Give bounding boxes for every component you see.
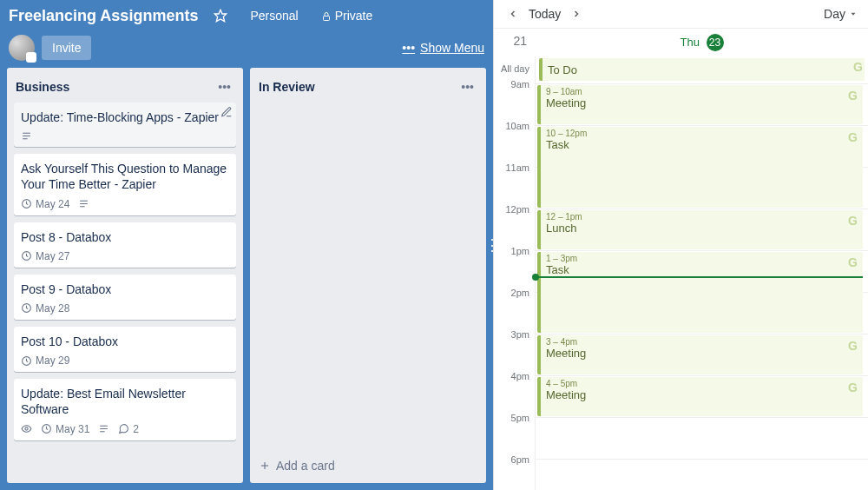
calendar-event[interactable]: 1 – 3pmTaskG: [537, 252, 863, 333]
pencil-icon[interactable]: [220, 106, 233, 118]
description-icon: [21, 130, 32, 142]
hour-label: 3pm: [494, 329, 535, 371]
show-menu-label: Show Menu: [420, 41, 484, 55]
watch-icon: [21, 423, 32, 434]
calendar-panel: Today Day 21 Thu 23 All day 9am10am11am1…: [493, 0, 868, 490]
calendar-event[interactable]: 4 – 5pmMeetingG: [537, 377, 863, 416]
card-title: Post 8 - Databox: [21, 229, 229, 245]
board-subheader: Invite ••• Show Menu: [0, 31, 493, 68]
svg-marker-19: [852, 13, 856, 16]
next-button[interactable]: [568, 5, 585, 23]
due-badge: May 24: [21, 198, 69, 210]
due-badge: May 28: [21, 302, 69, 315]
day-short: Thu: [680, 36, 699, 49]
svg-marker-0: [215, 10, 227, 21]
google-icon: G: [848, 214, 858, 228]
event-title: Task: [546, 263, 858, 276]
hour-label: 10am: [494, 121, 535, 162]
card-title: Post 9 - Databox: [21, 281, 229, 297]
add-card-button[interactable]: Add a card: [250, 452, 486, 483]
calendar-event[interactable]: 3 – 4pmMeetingG: [537, 335, 863, 374]
board-title[interactable]: Freelancing Assignments: [9, 7, 198, 25]
event-time: 3 – 4pm: [546, 337, 858, 347]
list: Business•••Update: Time-Blocking Apps - …: [7, 68, 243, 483]
hour-slot[interactable]: [536, 418, 868, 460]
google-icon: G: [848, 339, 858, 353]
card[interactable]: Update: Best Email Newsletter SoftwareMa…: [14, 379, 236, 440]
calendar-day-header: 21 Thu 23: [494, 29, 868, 56]
calendar-event[interactable]: 10 – 12pmTaskG: [537, 127, 863, 208]
card[interactable]: Post 8 - DataboxMay 27: [14, 222, 236, 268]
card[interactable]: Update: Time-Blocking Apps - Zapier: [14, 103, 236, 147]
now-indicator: [536, 276, 863, 278]
calendar-header: Today Day: [494, 0, 868, 29]
calendar-event[interactable]: 9 – 10amMeetingG: [537, 85, 863, 124]
list-title[interactable]: Business: [16, 80, 214, 94]
event-time: 1 – 3pm: [546, 254, 858, 263]
card-badges: May 24: [21, 198, 229, 210]
event-title: Meeting: [546, 347, 858, 360]
chevron-down-icon: [849, 10, 858, 18]
plus-icon: [259, 460, 271, 472]
hour-label: 1pm: [494, 246, 535, 288]
google-icon: G: [848, 381, 858, 394]
dots-icon: •••: [402, 41, 415, 55]
card[interactable]: Post 9 - DataboxMay 28: [14, 275, 236, 320]
card-title: Update: Best Email Newsletter Software: [21, 386, 229, 417]
svg-rect-1: [323, 17, 329, 21]
calendar-body: All day 9am10am11am12pm1pm2pm3pm4pm5pm6p…: [494, 56, 868, 490]
date-number: 21: [494, 29, 536, 56]
description-icon: [78, 198, 89, 209]
list-menu-button[interactable]: •••: [214, 76, 234, 97]
due-badge: May 31: [41, 423, 89, 435]
google-icon: G: [848, 130, 858, 144]
hour-label: 4pm: [494, 371, 535, 413]
allday-event[interactable]: To Do G: [539, 58, 865, 81]
board-header: Freelancing Assignments Personal Private: [0, 0, 493, 31]
card[interactable]: Ask Yourself This Question to Manage You…: [14, 154, 236, 215]
lock-icon: [321, 11, 332, 22]
visibility-group[interactable]: Personal: [243, 5, 305, 26]
comments-badge: 2: [118, 423, 139, 435]
card-badges: May 28: [21, 302, 229, 315]
view-select-label: Day: [824, 7, 845, 21]
due-badge: May 27: [21, 250, 69, 262]
today-badge: 23: [707, 34, 724, 51]
event-title: Task: [546, 138, 858, 151]
cards-container: Update: Time-Blocking Apps - ZapierAsk Y…: [7, 103, 243, 483]
add-card-label: Add a card: [276, 459, 335, 473]
view-select[interactable]: Day: [824, 7, 858, 21]
due-badge: May 29: [21, 354, 69, 367]
today-button[interactable]: Today: [529, 7, 561, 21]
prev-button[interactable]: [504, 5, 522, 23]
card-title: Post 10 - Databox: [21, 334, 229, 349]
board-lists: Business•••Update: Time-Blocking Apps - …: [0, 68, 493, 490]
allday-row: To Do G: [536, 56, 868, 84]
list-title[interactable]: In Review: [259, 80, 457, 94]
event-column[interactable]: To Do G 9 – 10amMeetingG10 – 12pmTaskG12…: [536, 56, 868, 490]
star-icon[interactable]: [207, 5, 234, 26]
card-title: Update: Time-Blocking Apps - Zapier: [21, 109, 229, 125]
list-header: In Review•••: [250, 68, 486, 103]
google-icon: G: [853, 60, 863, 74]
calendar-event[interactable]: 12 – 1pmLunchG: [537, 210, 863, 249]
event-title: Meeting: [546, 96, 858, 109]
show-menu-button[interactable]: ••• Show Menu: [402, 41, 484, 55]
avatar[interactable]: [9, 35, 35, 61]
visibility-level-label: Private: [335, 9, 373, 23]
event-time: 9 – 10am: [546, 87, 858, 96]
day-label: Thu 23: [536, 29, 868, 56]
card-title: Ask Yourself This Question to Manage You…: [21, 161, 229, 192]
hour-slot[interactable]: [536, 460, 868, 490]
event-title: Lunch: [546, 222, 858, 235]
event-time: 4 – 5pm: [546, 379, 858, 388]
card-badges: [21, 130, 229, 142]
hour-label: 12pm: [494, 204, 535, 246]
card[interactable]: Post 10 - DataboxMay 29: [14, 327, 236, 372]
hour-column: All day 9am10am11am12pm1pm2pm3pm4pm5pm6p…: [494, 56, 536, 490]
google-icon: G: [848, 89, 858, 103]
visibility-level[interactable]: Private: [314, 5, 380, 26]
description-icon: [98, 423, 109, 434]
list-menu-button[interactable]: •••: [457, 76, 477, 97]
invite-button[interactable]: Invite: [42, 36, 91, 60]
